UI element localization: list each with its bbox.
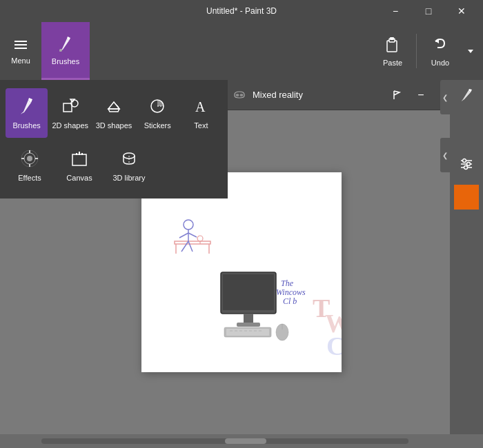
canvas-icon — [70, 149, 89, 170]
maximize-button[interactable]: □ — [413, 0, 444, 22]
dropdown-3d-shapes[interactable]: 3D shapes — [92, 88, 135, 138]
toolbar-separator — [416, 34, 417, 68]
svg-rect-0 — [14, 41, 27, 42]
effects-icon — [20, 149, 39, 170]
stickers-label: Stickers — [144, 121, 171, 130]
mixed-reality-icon — [233, 88, 246, 103]
svg-point-55 — [197, 236, 203, 241]
color-swatch[interactable] — [454, 185, 479, 210]
title-controls: − □ ✕ — [379, 0, 477, 22]
canvas-label: Canvas — [66, 174, 92, 182]
svg-point-60 — [467, 163, 471, 166]
dropdown-row-2: Effects Canvas 3D — [6, 141, 222, 190]
title-bar: Untitled* - Paint 3D − □ ✕ — [0, 0, 483, 22]
menu-label: Menu — [11, 57, 30, 65]
title-text: Untitled* - Paint 3D — [206, 6, 277, 16]
undo-label: Undo — [431, 59, 449, 67]
dropdown-stickers[interactable]: Stickers — [137, 88, 179, 138]
svg-rect-6 — [390, 37, 394, 40]
brushes-dd-icon — [17, 96, 37, 117]
scrollbar-bottom — [0, 434, 450, 448]
svg-rect-9 — [63, 103, 72, 112]
dropdown-effects[interactable]: Effects — [6, 141, 54, 190]
svg-point-58 — [463, 159, 466, 163]
paste-icon — [383, 35, 402, 56]
svg-rect-22 — [72, 154, 86, 165]
svg-point-54 — [184, 220, 193, 230]
mr-flag-button[interactable] — [388, 85, 407, 105]
dropdown-brushes[interactable]: Brushes — [6, 88, 48, 138]
3d-shapes-label: 3D shapes — [96, 121, 132, 130]
right-panel-collapse-1[interactable]: ❮ — [440, 80, 450, 114]
2d-shapes-label: 2D shapes — [52, 121, 89, 130]
svg-point-3 — [59, 49, 62, 52]
svg-marker-8 — [468, 50, 473, 53]
svg-text:C: C — [326, 332, 342, 360]
dropdown-canvas[interactable]: Canvas — [55, 141, 103, 190]
svg-rect-32 — [244, 314, 253, 323]
minimize-button[interactable]: − — [379, 0, 411, 22]
3d-library-label: 3D library — [112, 174, 145, 182]
svg-rect-35 — [226, 329, 269, 336]
right-panel — [450, 80, 483, 434]
svg-text:Wincows: Wincows — [276, 287, 306, 297]
scrollbar-thumb[interactable] — [225, 438, 266, 444]
scrollbar-track[interactable] — [41, 438, 408, 444]
mixed-reality-label: Mixed reality — [253, 90, 303, 100]
2d-shapes-icon — [61, 96, 80, 117]
stickers-icon — [148, 96, 167, 117]
paste-label: Paste — [383, 59, 402, 67]
svg-rect-51 — [175, 241, 210, 244]
dropdown-text[interactable]: A Text — [180, 88, 222, 138]
menu-button[interactable]: Menu — [0, 22, 41, 80]
dropdown-menu: Brushes 2D shapes 3D shapes — [0, 80, 228, 198]
undo-button[interactable]: Undo — [422, 26, 458, 76]
svg-rect-1 — [14, 44, 27, 45]
svg-point-28 — [236, 94, 239, 96]
svg-point-62 — [464, 166, 468, 170]
panel-adjust-button[interactable] — [454, 152, 479, 176]
dropdown-3d-library[interactable]: 3D library — [105, 141, 153, 190]
brushes-icon — [57, 35, 75, 54]
right-panel-collapse-2[interactable]: ❮ — [440, 138, 450, 172]
close-button[interactable]: ✕ — [446, 0, 477, 22]
svg-point-15 — [27, 156, 32, 161]
dropdown-row-1: Brushes 2D shapes 3D shapes — [6, 88, 222, 138]
canvas-drawing: The Wincows Cl b T W C — [141, 172, 342, 372]
effects-label: Effects — [18, 174, 41, 182]
svg-text:The: The — [281, 278, 294, 288]
svg-point-29 — [240, 94, 244, 96]
panel-brush-button[interactable] — [454, 83, 479, 108]
paste-button[interactable]: Paste — [375, 26, 411, 76]
undo-icon — [431, 35, 450, 56]
brushes-button[interactable]: Brushes — [41, 22, 90, 80]
text-icon: A — [191, 96, 210, 117]
drawing-canvas[interactable]: The Wincows Cl b T W C — [141, 172, 342, 372]
menu-icon — [13, 37, 28, 54]
svg-text:A: A — [195, 99, 206, 114]
svg-rect-31 — [223, 274, 274, 310]
toolbar: Menu Brushes Paste — [0, 22, 483, 80]
brushes-dd-label: Brushes — [12, 121, 40, 130]
text-label: Text — [194, 121, 208, 130]
dropdown-2d-shapes[interactable]: 2D shapes — [49, 88, 91, 138]
svg-rect-2 — [14, 48, 27, 49]
brushes-label: Brushes — [52, 57, 79, 65]
toolbar-right: Paste Undo — [375, 22, 483, 80]
undo-dropdown-button[interactable] — [464, 26, 477, 76]
3d-shapes-icon — [104, 96, 124, 117]
svg-rect-33 — [237, 323, 260, 327]
svg-text:Cl b: Cl b — [283, 296, 297, 306]
3d-library-icon — [119, 149, 139, 170]
mr-minus-button[interactable]: − — [411, 85, 431, 105]
